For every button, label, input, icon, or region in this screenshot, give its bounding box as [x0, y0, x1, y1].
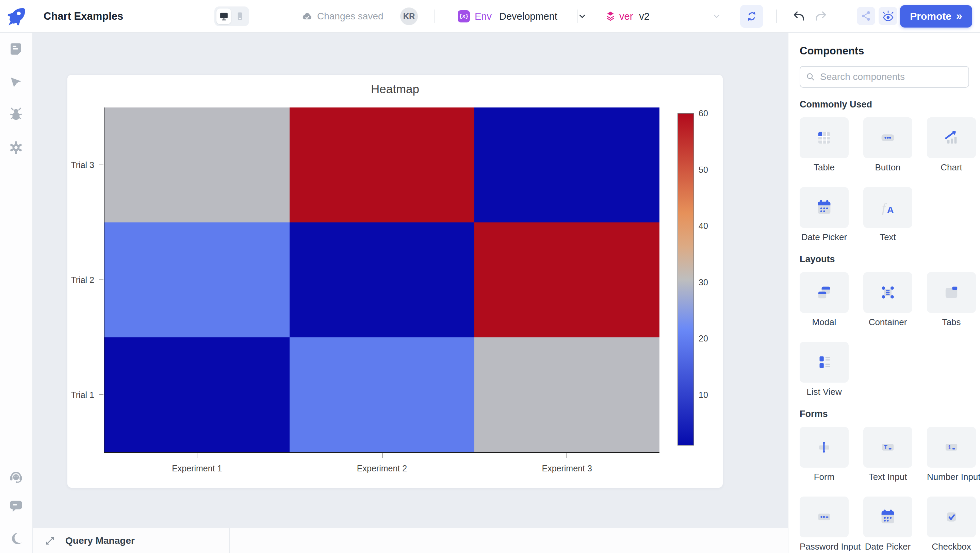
promote-button[interactable]: Promote »	[900, 5, 972, 27]
left-rail	[0, 33, 33, 553]
heatmap-chart-widget[interactable]: Heatmap Trial 3 Trial 2 Trial 1 Experime…	[67, 75, 723, 488]
component-card-password-input[interactable]: Password Input	[800, 497, 849, 552]
component-label: Table	[800, 162, 849, 173]
redo-button[interactable]	[813, 9, 828, 24]
heatmap-plot-area: Trial 3 Trial 2 Trial 1 Experiment 1 Exp…	[105, 108, 659, 452]
topbar-divider	[578, 10, 578, 23]
component-card-date-picker[interactable]: Date Picker	[863, 497, 912, 552]
component-label: Password Input	[800, 542, 849, 552]
modal-icon	[815, 283, 833, 302]
button-icon	[878, 129, 897, 147]
x-axis-spine	[104, 452, 659, 453]
component-label: Date Picker	[863, 542, 912, 552]
component-label: Text	[863, 232, 912, 243]
component-icon-box	[927, 272, 976, 313]
component-label: Checkbox	[927, 542, 976, 552]
datepicker-icon	[878, 508, 897, 526]
share-button[interactable]	[857, 7, 875, 25]
component-icon-box	[863, 118, 912, 158]
device-toggle	[215, 6, 249, 26]
bottombar: Query Manager	[33, 528, 788, 553]
y-axis-label: Trial 2	[71, 275, 94, 285]
heatmap-cell	[290, 222, 475, 337]
component-card-button[interactable]: Button	[863, 118, 912, 173]
version-select[interactable]: ver v2	[605, 0, 722, 33]
avatar[interactable]: KR	[400, 8, 418, 25]
chevron-down-icon	[577, 11, 587, 21]
rail-item-debugger[interactable]	[8, 106, 24, 122]
component-section: Forms Form T Text Input 1 Number Input P…	[800, 409, 969, 552]
x-axis-label: Experiment 2	[357, 464, 407, 474]
checkbox-icon	[942, 508, 961, 526]
heatmap-cell	[105, 222, 290, 337]
x-axis-label: Experiment 1	[172, 464, 222, 474]
desktop-icon	[219, 11, 229, 21]
component-card-text[interactable]: fA Text	[863, 187, 912, 243]
x-tick	[197, 453, 197, 458]
mobile-toggle-button[interactable]	[232, 8, 247, 24]
app-logo-rocket-icon[interactable]	[5, 6, 27, 27]
section-label: Commonly Used	[800, 99, 969, 110]
app-title: Chart Examples	[43, 0, 123, 33]
component-card-container[interactable]: Container	[863, 272, 912, 327]
heatmap-cell	[290, 108, 475, 222]
component-card-text-input[interactable]: T Text Input	[863, 427, 912, 482]
desktop-toggle-button[interactable]	[216, 8, 231, 24]
component-card-table[interactable]: Table	[800, 118, 849, 173]
component-card-number-input[interactable]: 1 Number Input	[927, 427, 976, 482]
heatmap-cell	[474, 222, 659, 337]
y-tick	[99, 165, 103, 165]
component-card-date-picker[interactable]: Date Picker	[800, 187, 849, 243]
search-icon	[805, 72, 816, 82]
rail-item-pages[interactable]	[8, 41, 24, 57]
query-manager-label: Query Manager	[65, 536, 135, 546]
environment-select[interactable]: {x} Env Development	[458, 0, 587, 33]
inspector-icon	[8, 75, 24, 89]
component-card-form[interactable]: Form	[800, 427, 849, 482]
rail-item-settings[interactable]	[8, 140, 24, 156]
chart-title: Heatmap	[67, 82, 723, 96]
undo-button[interactable]	[791, 9, 807, 24]
component-card-modal[interactable]: Modal	[800, 272, 849, 327]
search-components-input[interactable]	[800, 66, 969, 88]
pages-icon	[8, 41, 24, 57]
x-tick	[382, 453, 382, 458]
colorbar	[678, 113, 694, 445]
rail-item-support[interactable]	[8, 469, 24, 485]
components-panel-title: Components	[800, 45, 969, 57]
chevron-down-icon	[711, 11, 722, 21]
rail-item-inspector[interactable]	[8, 74, 24, 90]
mobile-icon	[235, 11, 245, 21]
component-card-list-view[interactable]: List View	[800, 342, 849, 397]
tabs-icon	[942, 283, 961, 302]
save-status-label: Changes saved	[317, 11, 383, 22]
listview-icon	[815, 353, 833, 371]
component-icon-box	[927, 118, 976, 158]
component-label: Container	[863, 317, 912, 327]
expand-icon	[44, 535, 56, 547]
editor-canvas[interactable]: Heatmap Trial 3 Trial 2 Trial 1 Experime…	[33, 33, 788, 528]
theme-moon-icon	[8, 531, 24, 546]
query-manager-toggle[interactable]: Query Manager	[44, 528, 135, 553]
settings-icon	[8, 140, 24, 156]
rail-item-theme-moon[interactable]	[8, 531, 24, 547]
component-icon-box	[800, 272, 849, 313]
component-label: Tabs	[927, 317, 976, 327]
preview-eye-button[interactable]	[878, 7, 897, 25]
svg-text:1: 1	[948, 445, 951, 450]
refresh-button[interactable]	[740, 5, 763, 28]
y-axis-spine	[104, 108, 105, 453]
share-icon	[860, 10, 872, 22]
table-icon	[815, 129, 833, 147]
y-axis-label: Trial 1	[71, 390, 94, 400]
component-card-chart[interactable]: Chart	[927, 118, 976, 173]
colorbar-tick-label: 30	[698, 278, 708, 288]
heatmap-grid	[105, 108, 659, 452]
component-card-tabs[interactable]: Tabs	[927, 272, 976, 327]
component-card-checkbox[interactable]: Checkbox	[927, 497, 976, 552]
rail-item-chat[interactable]	[8, 498, 24, 514]
component-icon-box	[800, 342, 849, 383]
component-icon-box: T	[863, 427, 912, 468]
redo-icon	[814, 10, 827, 23]
double-chevron-right-icon: »	[956, 10, 962, 22]
